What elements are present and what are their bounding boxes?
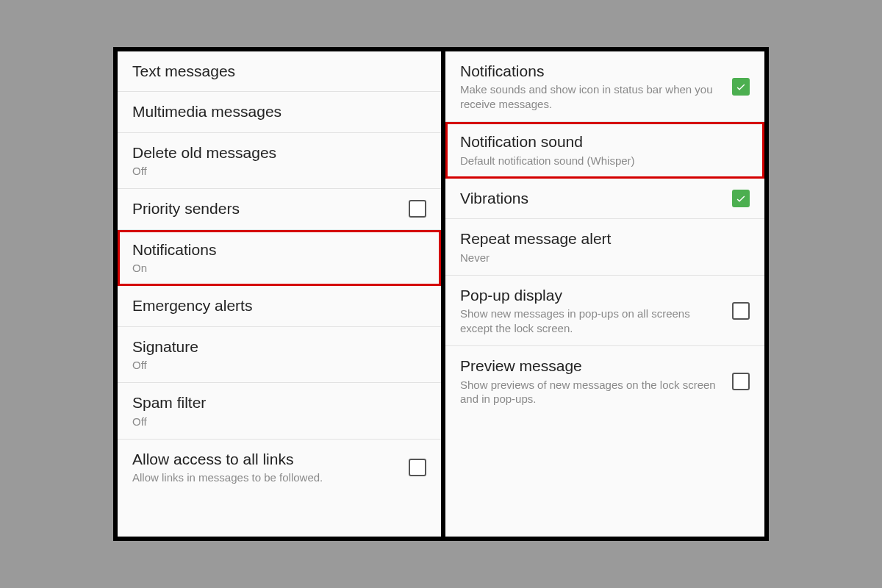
row-signature[interactable]: Signature Off	[118, 327, 441, 384]
row-preview-message[interactable]: Preview message Show previews of new mes…	[445, 346, 764, 416]
row-title: Allow access to all links	[132, 450, 397, 469]
row-subtitle: Off	[132, 415, 426, 429]
allow-links-checkbox[interactable]	[409, 459, 426, 476]
row-subtitle: Allow links in messages to be followed.	[132, 470, 397, 485]
row-priority-senders[interactable]: Priority senders	[118, 189, 441, 229]
row-delete-old-messages[interactable]: Delete old messages Off	[118, 133, 441, 190]
row-title: Emergency alerts	[132, 296, 426, 315]
row-title: Repeat message alert	[460, 229, 750, 248]
row-title: Multimedia messages	[132, 102, 426, 121]
preview-message-checkbox[interactable]	[732, 373, 750, 390]
row-subtitle: Show new messages in pop-ups on all scre…	[460, 306, 720, 335]
settings-pane-left: Text messages Multimedia messages Delete…	[118, 51, 441, 537]
row-text-messages[interactable]: Text messages	[118, 51, 441, 92]
notifications-master-checkbox[interactable]	[732, 78, 750, 96]
row-title: Notification sound	[460, 132, 750, 151]
row-title: Preview message	[460, 356, 720, 376]
row-spam-filter[interactable]: Spam filter Off	[118, 383, 441, 440]
row-subtitle: Make sounds and show icon in status bar …	[460, 82, 720, 111]
row-subtitle: On	[132, 261, 426, 276]
row-subtitle: Off	[132, 358, 426, 373]
check-icon	[735, 193, 747, 204]
row-notifications-master[interactable]: Notifications Make sounds and show icon …	[445, 51, 764, 122]
check-icon	[735, 81, 747, 93]
popup-display-checkbox[interactable]	[732, 302, 750, 320]
priority-senders-checkbox[interactable]	[409, 200, 426, 218]
vibrations-checkbox[interactable]	[732, 190, 750, 207]
row-notifications[interactable]: Notifications On	[118, 230, 441, 287]
row-title: Notifications	[132, 240, 426, 259]
row-emergency-alerts[interactable]: Emergency alerts	[118, 286, 441, 326]
row-title: Notifications	[460, 62, 720, 81]
row-popup-display[interactable]: Pop-up display Show new messages in pop-…	[445, 276, 764, 346]
row-title: Pop-up display	[460, 286, 720, 305]
row-title: Signature	[132, 337, 426, 356]
row-title: Vibrations	[460, 189, 720, 208]
dual-screenshot-frame: Text messages Multimedia messages Delete…	[113, 47, 769, 541]
row-title: Priority senders	[132, 199, 397, 218]
row-subtitle: Never	[460, 251, 750, 265]
settings-pane-right: Notifications Make sounds and show icon …	[441, 51, 764, 537]
row-allow-links[interactable]: Allow access to all links Allow links in…	[118, 440, 441, 495]
row-repeat-alert[interactable]: Repeat message alert Never	[445, 219, 764, 276]
row-notification-sound[interactable]: Notification sound Default notification …	[445, 122, 764, 179]
row-title: Delete old messages	[132, 143, 426, 162]
row-subtitle: Off	[132, 164, 426, 179]
row-subtitle: Show previews of new messages on the loc…	[460, 378, 720, 406]
row-multimedia-messages[interactable]: Multimedia messages	[118, 92, 441, 132]
row-vibrations[interactable]: Vibrations	[445, 179, 764, 219]
row-subtitle: Default notification sound (Whisper)	[460, 154, 750, 168]
row-title: Text messages	[132, 62, 426, 81]
row-title: Spam filter	[132, 393, 426, 412]
